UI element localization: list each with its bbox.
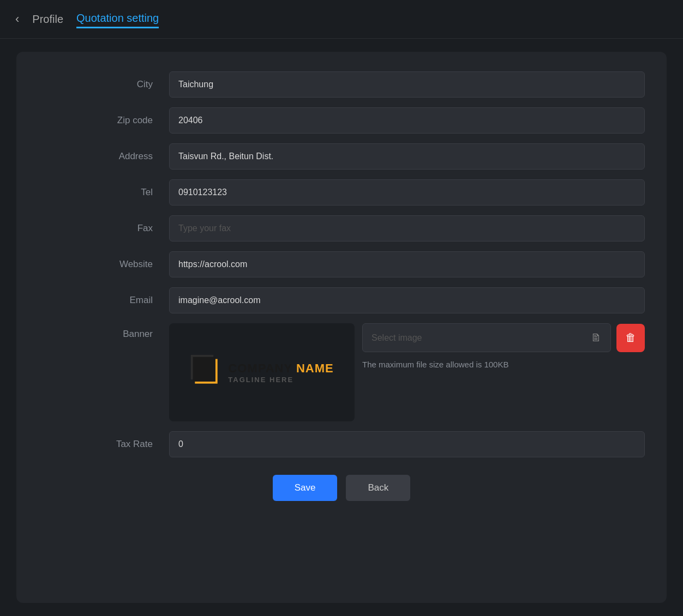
taxrate-row: Tax Rate: [38, 431, 645, 457]
address-row: Address: [38, 143, 645, 170]
file-add-icon: 🗎: [591, 331, 602, 344]
file-size-hint: The maximum file size allowed is 100KB: [362, 359, 645, 371]
banner-content: COMPANY NAME TAGLINE HERE Select image 🗎…: [169, 323, 645, 421]
address-input[interactable]: [169, 143, 645, 170]
tel-label: Tel: [38, 187, 169, 198]
tagline-text: TAGLINE HERE: [228, 376, 333, 384]
zipcode-label: Zip code: [38, 115, 169, 126]
fax-label: Fax: [38, 223, 169, 234]
city-label: City: [38, 79, 169, 90]
taxrate-label: Tax Rate: [38, 439, 169, 450]
trash-icon: 🗑: [625, 331, 636, 344]
save-button[interactable]: Save: [273, 475, 338, 501]
tel-input[interactable]: [169, 179, 645, 206]
tel-row: Tel: [38, 179, 645, 206]
svg-rect-2: [193, 357, 215, 382]
action-buttons: Save Back: [38, 475, 645, 501]
settings-card: City Zip code Address Tel Fax Website Em…: [16, 52, 667, 603]
delete-banner-button[interactable]: 🗑: [616, 324, 645, 352]
email-input[interactable]: [169, 287, 645, 313]
zipcode-input[interactable]: [169, 107, 645, 134]
fax-input[interactable]: [169, 215, 645, 241]
back-icon-btn[interactable]: ‹: [15, 13, 19, 25]
fax-row: Fax: [38, 215, 645, 241]
email-row: Email: [38, 287, 645, 313]
email-label: Email: [38, 295, 169, 306]
city-row: City: [38, 71, 645, 98]
back-button[interactable]: Back: [346, 475, 410, 501]
city-input[interactable]: [169, 71, 645, 98]
logo-text: COMPANY NAME TAGLINE HERE: [228, 361, 333, 384]
tab-quotation-setting[interactable]: Quotation setting: [76, 10, 159, 28]
company-logo: COMPANY NAME TAGLINE HERE: [183, 351, 340, 394]
banner-right: Select image 🗎 🗑 The maximum file size a…: [362, 323, 645, 371]
tab-profile[interactable]: Profile: [32, 11, 63, 28]
banner-label: Banner: [38, 323, 169, 340]
address-label: Address: [38, 151, 169, 162]
header: ‹ Profile Quotation setting: [0, 0, 683, 39]
website-input[interactable]: [169, 251, 645, 277]
banner-row: Banner COMPANY NAME TAGLINE HERE: [38, 323, 645, 421]
logo-shape-icon: [190, 355, 223, 390]
select-image-field[interactable]: Select image 🗎: [362, 323, 611, 352]
company-name-text: COMPANY NAME: [228, 361, 333, 376]
website-row: Website: [38, 251, 645, 277]
website-label: Website: [38, 259, 169, 270]
banner-preview: COMPANY NAME TAGLINE HERE: [169, 323, 355, 421]
taxrate-input[interactable]: [169, 431, 645, 457]
company-name-colored: NAME: [296, 361, 334, 375]
select-image-label: Select image: [372, 333, 422, 343]
zipcode-row: Zip code: [38, 107, 645, 134]
banner-select-row: Select image 🗎 🗑: [362, 323, 645, 352]
